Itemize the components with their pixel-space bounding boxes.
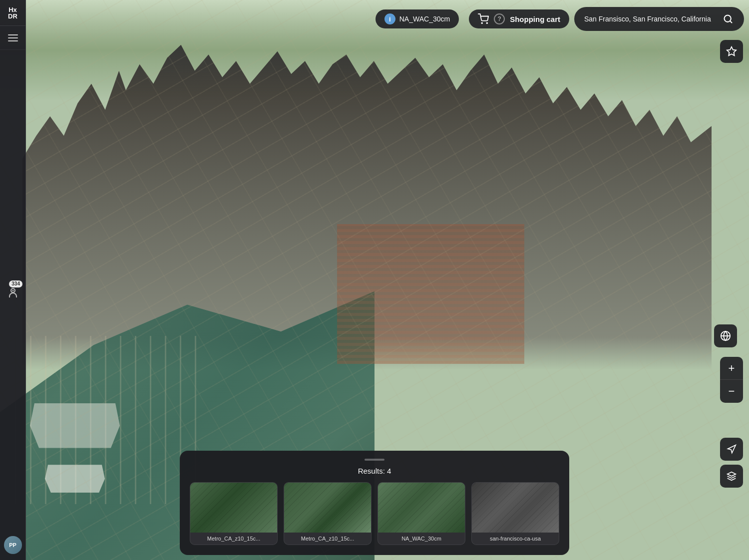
globe-button[interactable] (714, 324, 737, 347)
zoom-controls: + − (720, 357, 743, 403)
svg-point-2 (481, 22, 482, 23)
svg-marker-10 (728, 472, 736, 476)
notification-area[interactable]: 334 (0, 278, 25, 308)
logo-hx: Hx (8, 6, 17, 13)
left-sidebar: Hx DR 334 PP (0, 0, 26, 560)
cart-icon (478, 13, 489, 24)
zoom-out-button[interactable]: − (720, 380, 743, 403)
notification-badge: 334 (9, 280, 22, 287)
shopping-cart-button[interactable]: ? Shopping cart (469, 9, 569, 28)
result-label: Metro_CA_z10_15c... (190, 533, 277, 545)
compass-button[interactable] (720, 438, 743, 461)
logo-dr: DR (8, 13, 17, 19)
layer-name: NA_WAC_30cm (399, 15, 450, 23)
results-panel: Results: 4 Metro_CA_z10_15c...Metro_CA_z… (180, 451, 569, 555)
bookmark-button[interactable] (720, 40, 743, 63)
menu-button[interactable] (0, 26, 25, 50)
result-label: Metro_CA_z10_15c... (284, 533, 371, 545)
app-logo[interactable]: Hx DR (0, 0, 25, 26)
svg-marker-6 (727, 47, 736, 55)
svg-point-3 (487, 22, 488, 23)
results-grid: Metro_CA_z10_15c...Metro_CA_z10_15c...NA… (190, 482, 559, 545)
cart-label: Shopping cart (510, 15, 560, 23)
top-bar: i NA_WAC_30cm ? Shopping cart San Fransi… (30, 5, 744, 33)
zoom-in-button[interactable]: + (720, 357, 743, 380)
svg-point-1 (12, 290, 13, 291)
right-controls (720, 40, 743, 63)
search-bar[interactable]: San Fransisco, San Francisco, California (574, 7, 744, 31)
info-icon: i (384, 13, 395, 24)
result-label: NA_WAC_30cm (378, 533, 465, 545)
search-icon-button[interactable] (720, 11, 736, 27)
svg-line-5 (730, 21, 732, 23)
person-icon (7, 287, 19, 299)
search-text: San Fransisco, San Francisco, California (584, 15, 715, 23)
result-card[interactable]: san-francisco-ca-usa (471, 482, 559, 545)
svg-marker-9 (728, 445, 736, 453)
user-avatar[interactable]: PP (4, 536, 22, 554)
layers-button[interactable] (720, 465, 743, 488)
result-card[interactable]: Metro_CA_z10_15c... (190, 482, 278, 545)
results-title: Results: 4 (190, 467, 559, 475)
hamburger-icon (8, 34, 18, 41)
panel-handle[interactable] (365, 459, 384, 461)
result-label: san-francisco-ca-usa (472, 533, 559, 545)
layer-info-pill[interactable]: i NA_WAC_30cm (375, 9, 459, 28)
result-card[interactable]: NA_WAC_30cm (377, 482, 465, 545)
help-icon: ? (494, 13, 505, 24)
extra-controls (720, 438, 743, 488)
result-card[interactable]: Metro_CA_z10_15c... (284, 482, 372, 545)
